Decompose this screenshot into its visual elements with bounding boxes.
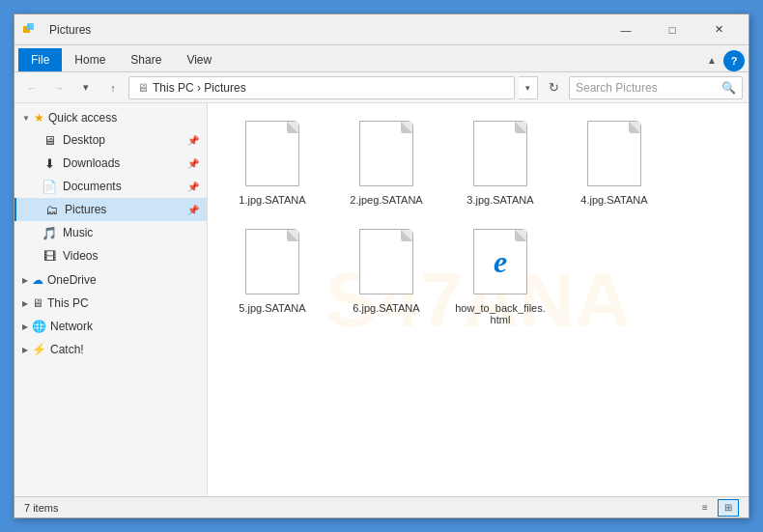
thispc-header[interactable]: ▶ 🖥 This PC — [14, 293, 207, 314]
file-item-4[interactable]: 4.jpg.SATANA — [561, 115, 667, 211]
file-icon-5 — [241, 229, 303, 298]
sidebar-item-pictures[interactable]: 🗂 Pictures 📌 — [14, 198, 207, 221]
file-item-7[interactable]: e how_to_back_files.html — [447, 223, 553, 331]
videos-icon: 🎞 — [42, 248, 57, 264]
file-page-6 — [359, 229, 413, 294]
file-grid: 1.jpg.SATANA 2.jpeg.SATANA 3.jpg.SATANA — [219, 115, 737, 331]
catch-header[interactable]: ▶ ⚡ Catch! — [14, 339, 207, 360]
sidebar-item-videos[interactable]: 🎞 Videos — [14, 244, 207, 267]
documents-icon: 📄 — [42, 179, 57, 194]
ribbon-tabs: File Home Share View ▲ ? — [14, 45, 749, 72]
view-buttons: ≡ ⊞ — [694, 499, 739, 517]
thispc-label: This PC — [47, 296, 89, 310]
list-view-button[interactable]: ≡ — [694, 499, 716, 517]
back-button[interactable]: ← — [20, 76, 43, 99]
documents-pin-icon: 📌 — [187, 182, 199, 192]
pictures-label: Pictures — [65, 203, 106, 216]
file-page-1 — [245, 121, 299, 186]
file-name-2: 2.jpeg.SATANA — [350, 194, 422, 206]
downloads-icon: ⬇ — [42, 155, 57, 171]
file-page-2 — [359, 121, 413, 186]
onedrive-label: OneDrive — [47, 273, 97, 287]
path-text: This PC › Pictures — [153, 81, 246, 95]
file-icon-7: e — [469, 229, 531, 298]
minimize-button[interactable]: — — [604, 15, 648, 44]
help-button[interactable]: ? — [723, 50, 745, 71]
file-page-4 — [587, 121, 641, 186]
file-name-6: 6.jpg.SATANA — [353, 302, 419, 314]
sidebar-item-music[interactable]: 🎵 Music — [14, 221, 207, 244]
downloads-pin-icon: 📌 — [187, 158, 199, 169]
item-count: 7 items — [24, 502, 58, 514]
html-file-icon: e — [473, 229, 527, 294]
network-group: ▶ 🌐 Network — [14, 316, 207, 337]
thispc-icon: 🖥 — [32, 296, 43, 310]
quick-access-arrow: ▼ — [22, 114, 30, 123]
quick-access-label: Quick access — [48, 111, 117, 125]
path-dropdown-button[interactable]: ▾ — [519, 76, 538, 99]
ribbon-expand-button[interactable]: ▲ — [700, 48, 723, 71]
sidebar-item-downloads[interactable]: ⬇ Downloads 📌 — [14, 152, 207, 175]
music-icon: 🎵 — [42, 225, 57, 240]
tab-home[interactable]: Home — [62, 48, 118, 71]
up-button[interactable]: ↑ — [101, 76, 125, 99]
sidebar-item-documents[interactable]: 📄 Documents 📌 — [14, 175, 207, 198]
videos-label: Videos — [63, 249, 98, 263]
title-bar-icons — [22, 22, 38, 38]
maximize-button[interactable]: □ — [650, 15, 694, 44]
search-icon: 🔍 — [721, 81, 736, 95]
recent-locations-button[interactable]: ▾ — [74, 76, 98, 99]
onedrive-header[interactable]: ▶ ☁ OneDrive — [14, 269, 207, 291]
thispc-group: ▶ 🖥 This PC — [14, 293, 207, 314]
file-icon-2 — [355, 121, 417, 190]
sidebar: ▼ ★ Quick access 🖥 Desktop 📌 ⬇ Downloads… — [14, 103, 208, 496]
music-label: Music — [63, 226, 93, 239]
large-icon-view-button[interactable]: ⊞ — [718, 499, 739, 517]
network-arrow: ▶ — [22, 322, 28, 331]
quick-access-star-icon: ★ — [34, 111, 44, 125]
search-placeholder: Search Pictures — [576, 81, 718, 95]
thispc-arrow: ▶ — [22, 299, 28, 308]
window-title: Pictures — [49, 23, 604, 37]
quick-access-group: ▼ ★ Quick access 🖥 Desktop 📌 ⬇ Downloads… — [14, 107, 207, 267]
file-item-1[interactable]: 1.jpg.SATANA — [219, 115, 325, 211]
documents-label: Documents — [63, 180, 122, 193]
file-name-3: 3.jpg.SATANA — [466, 194, 533, 206]
pictures-icon: 🗂 — [43, 202, 59, 217]
close-button[interactable]: ✕ — [696, 15, 741, 44]
status-bar: 7 items ≡ ⊞ — [14, 496, 749, 518]
file-item-5[interactable]: 5.jpg.SATANA — [219, 223, 325, 331]
tab-view[interactable]: View — [174, 48, 224, 71]
desktop-label: Desktop — [63, 133, 105, 147]
forward-button[interactable]: → — [47, 76, 71, 99]
file-item-6[interactable]: 6.jpg.SATANA — [333, 223, 439, 331]
onedrive-arrow: ▶ — [22, 276, 28, 285]
address-path[interactable]: 🖥 This PC › Pictures — [128, 76, 515, 99]
explorer-window: Pictures — □ ✕ File Home Share View ▲ ? … — [14, 14, 749, 518]
file-name-4: 4.jpg.SATANA — [580, 194, 647, 206]
search-box[interactable]: Search Pictures 🔍 — [569, 76, 743, 99]
address-bar: ← → ▾ ↑ 🖥 This PC › Pictures ▾ ↻ Search … — [14, 72, 749, 103]
svg-rect-1 — [27, 23, 34, 30]
file-name-7: how_to_back_files.html — [453, 302, 548, 325]
network-label: Network — [50, 320, 93, 333]
file-name-1: 1.jpg.SATANA — [239, 194, 305, 206]
network-header[interactable]: ▶ 🌐 Network — [14, 316, 207, 337]
window-icon — [22, 22, 38, 38]
file-name-5: 5.jpg.SATANA — [239, 302, 305, 314]
tab-file[interactable]: File — [18, 48, 62, 71]
file-page-3 — [473, 121, 527, 186]
file-page-5 — [245, 229, 299, 294]
title-bar: Pictures — □ ✕ — [14, 14, 749, 45]
file-icon-1 — [241, 121, 303, 190]
refresh-button[interactable]: ↻ — [542, 76, 565, 99]
file-item-3[interactable]: 3.jpg.SATANA — [447, 115, 553, 211]
catch-label: Catch! — [50, 343, 84, 356]
sidebar-item-desktop[interactable]: 🖥 Desktop 📌 — [14, 128, 207, 152]
quick-access-header[interactable]: ▼ ★ Quick access — [14, 107, 207, 128]
tab-share[interactable]: Share — [118, 48, 174, 71]
catch-arrow: ▶ — [22, 346, 28, 354]
file-icon-6 — [355, 229, 417, 298]
catch-group: ▶ ⚡ Catch! — [14, 339, 207, 360]
file-item-2[interactable]: 2.jpeg.SATANA — [333, 115, 439, 211]
